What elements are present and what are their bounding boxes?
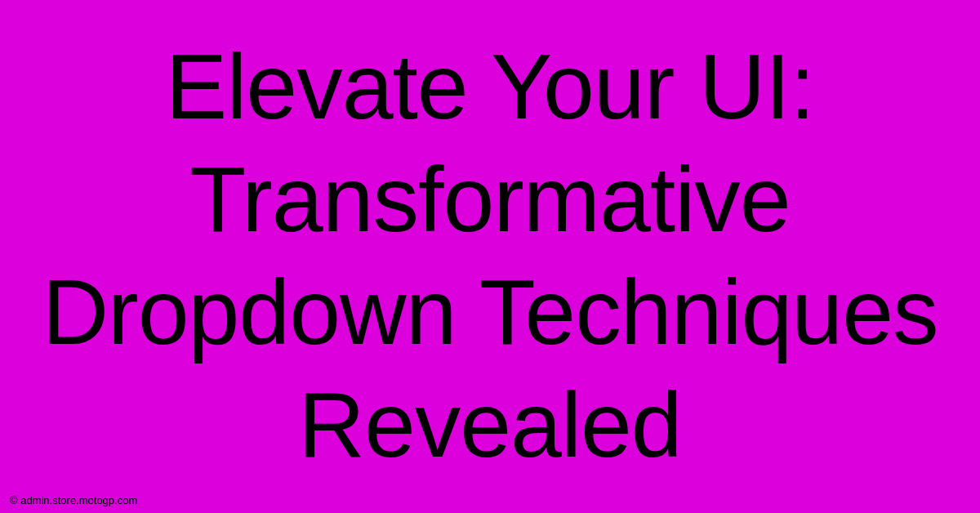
footer-credit: © admin.store.motogp.com: [10, 494, 137, 506]
headline-text: Elevate Your UI: Transformative Dropdown…: [0, 0, 980, 513]
